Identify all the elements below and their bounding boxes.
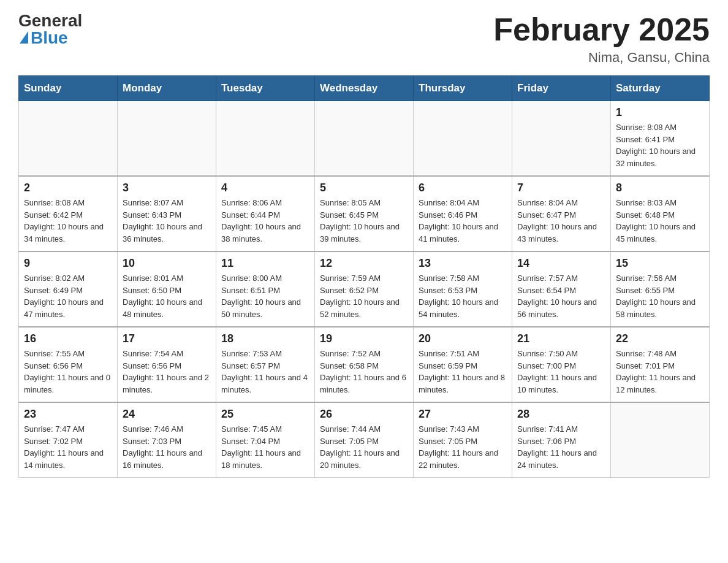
day-info: Sunrise: 7:44 AMSunset: 7:05 PMDaylight:… bbox=[320, 423, 408, 471]
day-info: Sunrise: 8:01 AMSunset: 6:50 PMDaylight:… bbox=[123, 272, 211, 320]
weekday-header-thursday: Thursday bbox=[414, 76, 512, 101]
calendar-cell: 13Sunrise: 7:58 AMSunset: 6:53 PMDayligh… bbox=[414, 251, 512, 327]
calendar-cell bbox=[315, 101, 414, 177]
calendar-week-row: 23Sunrise: 7:47 AMSunset: 7:02 PMDayligh… bbox=[19, 402, 710, 478]
day-info: Sunrise: 7:57 AMSunset: 6:54 PMDaylight:… bbox=[517, 272, 605, 320]
day-number: 27 bbox=[419, 408, 507, 421]
weekday-header-monday: Monday bbox=[118, 76, 216, 101]
day-info: Sunrise: 8:06 AMSunset: 6:44 PMDaylight:… bbox=[221, 197, 309, 245]
calendar-cell bbox=[19, 101, 118, 177]
calendar-cell: 12Sunrise: 7:59 AMSunset: 6:52 PMDayligh… bbox=[315, 251, 414, 327]
weekday-header-saturday: Saturday bbox=[611, 76, 710, 101]
calendar-cell: 27Sunrise: 7:43 AMSunset: 7:05 PMDayligh… bbox=[414, 402, 512, 478]
day-number: 8 bbox=[616, 182, 704, 194]
day-number: 9 bbox=[24, 257, 112, 270]
calendar-cell: 19Sunrise: 7:52 AMSunset: 6:58 PMDayligh… bbox=[315, 327, 414, 402]
calendar-cell: 24Sunrise: 7:46 AMSunset: 7:03 PMDayligh… bbox=[118, 402, 216, 478]
day-info: Sunrise: 7:46 AMSunset: 7:03 PMDaylight:… bbox=[123, 423, 211, 471]
weekday-header-sunday: Sunday bbox=[19, 76, 118, 101]
day-info: Sunrise: 8:04 AMSunset: 6:47 PMDaylight:… bbox=[517, 197, 605, 245]
title-area: February 2025 Nima, Gansu, China bbox=[493, 12, 710, 66]
calendar-table: SundayMondayTuesdayWednesdayThursdayFrid… bbox=[18, 75, 710, 478]
calendar-cell bbox=[414, 101, 512, 177]
calendar-cell: 26Sunrise: 7:44 AMSunset: 7:05 PMDayligh… bbox=[315, 402, 414, 478]
calendar-week-row: 2Sunrise: 8:08 AMSunset: 6:42 PMDaylight… bbox=[19, 176, 710, 251]
calendar-week-row: 1Sunrise: 8:08 AMSunset: 6:41 PMDaylight… bbox=[19, 101, 710, 177]
calendar-cell: 8Sunrise: 8:03 AMSunset: 6:48 PMDaylight… bbox=[611, 176, 710, 251]
day-number: 28 bbox=[517, 408, 605, 421]
day-info: Sunrise: 8:07 AMSunset: 6:43 PMDaylight:… bbox=[123, 197, 211, 245]
logo-blue-row: Blue bbox=[18, 29, 68, 47]
day-number: 13 bbox=[419, 257, 507, 270]
day-info: Sunrise: 7:45 AMSunset: 7:04 PMDaylight:… bbox=[221, 423, 309, 471]
weekday-header-wednesday: Wednesday bbox=[315, 76, 414, 101]
calendar-cell: 4Sunrise: 8:06 AMSunset: 6:44 PMDaylight… bbox=[216, 176, 315, 251]
day-number: 6 bbox=[419, 182, 507, 194]
calendar-cell bbox=[611, 402, 710, 478]
day-info: Sunrise: 8:03 AMSunset: 6:48 PMDaylight:… bbox=[616, 197, 704, 245]
day-number: 7 bbox=[517, 182, 605, 194]
calendar-cell: 16Sunrise: 7:55 AMSunset: 6:56 PMDayligh… bbox=[19, 327, 118, 402]
day-info: Sunrise: 7:43 AMSunset: 7:05 PMDaylight:… bbox=[419, 423, 507, 471]
day-info: Sunrise: 7:51 AMSunset: 6:59 PMDaylight:… bbox=[419, 348, 507, 396]
day-info: Sunrise: 7:48 AMSunset: 7:01 PMDaylight:… bbox=[616, 348, 704, 396]
weekday-header-friday: Friday bbox=[512, 76, 611, 101]
day-info: Sunrise: 8:08 AMSunset: 6:42 PMDaylight:… bbox=[24, 197, 112, 245]
day-info: Sunrise: 7:55 AMSunset: 6:56 PMDaylight:… bbox=[24, 348, 112, 396]
calendar-cell bbox=[512, 101, 611, 177]
day-info: Sunrise: 8:05 AMSunset: 6:45 PMDaylight:… bbox=[320, 197, 408, 245]
month-title: February 2025 bbox=[493, 12, 710, 47]
calendar-cell bbox=[118, 101, 216, 177]
day-number: 15 bbox=[616, 257, 704, 270]
calendar-cell: 3Sunrise: 8:07 AMSunset: 6:43 PMDaylight… bbox=[118, 176, 216, 251]
day-info: Sunrise: 7:41 AMSunset: 7:06 PMDaylight:… bbox=[517, 423, 605, 471]
day-number: 24 bbox=[123, 408, 211, 421]
day-info: Sunrise: 7:53 AMSunset: 6:57 PMDaylight:… bbox=[221, 348, 309, 396]
day-info: Sunrise: 8:02 AMSunset: 6:49 PMDaylight:… bbox=[24, 272, 112, 320]
calendar-cell: 5Sunrise: 8:05 AMSunset: 6:45 PMDaylight… bbox=[315, 176, 414, 251]
calendar-cell: 2Sunrise: 8:08 AMSunset: 6:42 PMDaylight… bbox=[19, 176, 118, 251]
day-number: 21 bbox=[517, 332, 605, 345]
day-number: 11 bbox=[221, 257, 309, 270]
day-info: Sunrise: 8:00 AMSunset: 6:51 PMDaylight:… bbox=[221, 272, 309, 320]
calendar-cell: 11Sunrise: 8:00 AMSunset: 6:51 PMDayligh… bbox=[216, 251, 315, 327]
day-info: Sunrise: 7:56 AMSunset: 6:55 PMDaylight:… bbox=[616, 272, 704, 320]
day-info: Sunrise: 7:59 AMSunset: 6:52 PMDaylight:… bbox=[320, 272, 408, 320]
day-info: Sunrise: 8:08 AMSunset: 6:41 PMDaylight:… bbox=[616, 121, 704, 169]
day-number: 18 bbox=[221, 332, 309, 345]
calendar-cell: 9Sunrise: 8:02 AMSunset: 6:49 PMDaylight… bbox=[19, 251, 118, 327]
calendar-cell: 14Sunrise: 7:57 AMSunset: 6:54 PMDayligh… bbox=[512, 251, 611, 327]
day-info: Sunrise: 8:04 AMSunset: 6:46 PMDaylight:… bbox=[419, 197, 507, 245]
day-info: Sunrise: 7:54 AMSunset: 6:56 PMDaylight:… bbox=[123, 348, 211, 396]
day-info: Sunrise: 7:52 AMSunset: 6:58 PMDaylight:… bbox=[320, 348, 408, 396]
day-info: Sunrise: 7:47 AMSunset: 7:02 PMDaylight:… bbox=[24, 423, 112, 471]
calendar-cell: 6Sunrise: 8:04 AMSunset: 6:46 PMDaylight… bbox=[414, 176, 512, 251]
day-number: 3 bbox=[123, 182, 211, 194]
calendar-cell: 25Sunrise: 7:45 AMSunset: 7:04 PMDayligh… bbox=[216, 402, 315, 478]
calendar-cell: 10Sunrise: 8:01 AMSunset: 6:50 PMDayligh… bbox=[118, 251, 216, 327]
calendar-cell: 7Sunrise: 8:04 AMSunset: 6:47 PMDaylight… bbox=[512, 176, 611, 251]
day-number: 22 bbox=[616, 332, 704, 345]
logo-triangle-icon bbox=[20, 31, 28, 44]
calendar-cell: 1Sunrise: 8:08 AMSunset: 6:41 PMDaylight… bbox=[611, 101, 710, 177]
weekday-header-row: SundayMondayTuesdayWednesdayThursdayFrid… bbox=[19, 76, 710, 101]
calendar-cell: 18Sunrise: 7:53 AMSunset: 6:57 PMDayligh… bbox=[216, 327, 315, 402]
day-number: 17 bbox=[123, 332, 211, 345]
day-number: 12 bbox=[320, 257, 408, 270]
calendar-cell: 22Sunrise: 7:48 AMSunset: 7:01 PMDayligh… bbox=[611, 327, 710, 402]
calendar-week-row: 9Sunrise: 8:02 AMSunset: 6:49 PMDaylight… bbox=[19, 251, 710, 327]
calendar-cell: 28Sunrise: 7:41 AMSunset: 7:06 PMDayligh… bbox=[512, 402, 611, 478]
calendar-week-row: 16Sunrise: 7:55 AMSunset: 6:56 PMDayligh… bbox=[19, 327, 710, 402]
day-number: 19 bbox=[320, 332, 408, 345]
calendar-cell: 17Sunrise: 7:54 AMSunset: 6:56 PMDayligh… bbox=[118, 327, 216, 402]
day-number: 25 bbox=[221, 408, 309, 421]
day-number: 2 bbox=[24, 182, 112, 194]
location-title: Nima, Gansu, China bbox=[493, 50, 710, 66]
logo-blue-text: Blue bbox=[31, 29, 68, 47]
day-info: Sunrise: 7:58 AMSunset: 6:53 PMDaylight:… bbox=[419, 272, 507, 320]
calendar-cell: 15Sunrise: 7:56 AMSunset: 6:55 PMDayligh… bbox=[611, 251, 710, 327]
weekday-header-tuesday: Tuesday bbox=[216, 76, 315, 101]
day-number: 20 bbox=[419, 332, 507, 345]
calendar-cell: 23Sunrise: 7:47 AMSunset: 7:02 PMDayligh… bbox=[19, 402, 118, 478]
day-number: 16 bbox=[24, 332, 112, 345]
